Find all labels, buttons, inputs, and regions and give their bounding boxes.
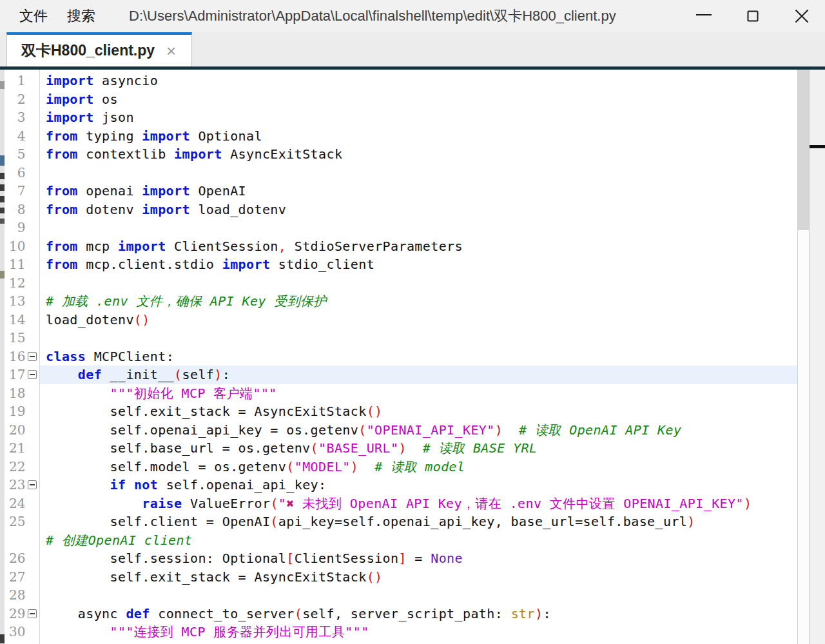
gutter-row: 21 xyxy=(5,439,39,458)
code-line[interactable]: from mcp.client.stdio import stdio_clien… xyxy=(46,255,797,274)
edge-mark xyxy=(0,208,5,213)
code-line[interactable]: load_dotenv() xyxy=(46,311,797,329)
code-line[interactable]: self.model = os.getenv("MODEL") # 读取 mod… xyxy=(46,458,797,476)
gutter-row: 1 xyxy=(5,72,39,90)
code-line[interactable]: import asyncio xyxy=(46,72,797,90)
line-number: 16 xyxy=(5,347,25,366)
edge-mark xyxy=(0,634,5,643)
line-number: 31 xyxy=(5,641,25,644)
code-line[interactable] xyxy=(46,164,797,182)
code-line[interactable]: # 创建OpenAI client xyxy=(46,531,797,550)
minimize-button[interactable] xyxy=(687,0,721,32)
line-number: 21 xyxy=(5,439,25,458)
line-number: 27 xyxy=(5,568,25,587)
code-line[interactable]: import os xyxy=(46,90,797,109)
line-number: 18 xyxy=(5,384,25,403)
fold-toggle-icon[interactable] xyxy=(28,480,37,489)
line-number: 5 xyxy=(5,145,25,164)
menu-search[interactable]: 搜索 xyxy=(67,6,95,26)
code-line[interactable] xyxy=(46,329,797,347)
gutter-row: 14 xyxy=(5,311,39,329)
line-number: 25 xyxy=(5,512,25,531)
line-number: 9 xyxy=(5,219,25,237)
gutter-row: 19 xyxy=(5,402,39,421)
code-area[interactable]: import asyncioimport osimport jsonfrom t… xyxy=(40,70,797,644)
line-number: 15 xyxy=(5,329,25,347)
code-line[interactable]: import json xyxy=(46,108,797,127)
edge-mark xyxy=(0,196,5,202)
line-number: 19 xyxy=(5,402,25,421)
fold-toggle-icon[interactable] xyxy=(28,352,37,361)
code-line[interactable]: is_python = server_script_path.endswith(… xyxy=(46,641,797,644)
gutter-row: 3 xyxy=(5,108,39,127)
line-number: 10 xyxy=(5,237,25,256)
gutter-row: 18 xyxy=(5,384,39,403)
menu-file[interactable]: 文件 xyxy=(19,6,48,26)
code-line[interactable]: """初始化 MCP 客户端""" xyxy=(46,384,797,403)
line-number: 17 xyxy=(5,366,25,384)
line-number: 26 xyxy=(5,549,25,568)
code-line[interactable]: raise ValueError("✖ 未找到 OpenAI API Key，请… xyxy=(46,494,797,513)
gutter-row: 8 xyxy=(5,200,39,219)
tab-file[interactable]: 双卡H800_client.py × xyxy=(6,32,192,66)
code-line[interactable]: self.session: Optional[ClientSession] = … xyxy=(46,549,797,568)
vertical-scrollbar[interactable] xyxy=(797,70,810,644)
gutter-row: 12 xyxy=(5,274,39,293)
tab-title: 双卡H800_client.py xyxy=(21,41,155,61)
code-line[interactable]: if not self.openai_api_key: xyxy=(46,476,797,494)
line-number: 14 xyxy=(5,311,25,329)
line-number: 22 xyxy=(5,458,25,476)
tab-bar: 双卡H800_client.py × xyxy=(0,32,825,66)
scrollbar-thumb[interactable] xyxy=(798,70,809,230)
code-line[interactable]: self.openai_api_key = os.getenv("OPENAI_… xyxy=(46,421,797,440)
line-number: 6 xyxy=(5,164,25,182)
code-line[interactable] xyxy=(46,219,797,237)
edge-mark xyxy=(0,271,5,278)
line-number: 8 xyxy=(5,200,25,219)
gutter-row: 10 xyxy=(5,237,39,256)
gutter-row: 5 xyxy=(5,145,39,164)
code-line[interactable]: from mcp import ClientSession, StdioServ… xyxy=(46,237,797,256)
line-number: 1 xyxy=(5,72,25,90)
line-number: 12 xyxy=(5,274,25,293)
code-line[interactable]: async def connect_to_server(self, server… xyxy=(46,605,797,623)
tab-close-icon[interactable]: × xyxy=(166,43,176,59)
gutter-row: 17 xyxy=(5,366,39,384)
line-number: 3 xyxy=(5,108,25,127)
gutter-row: 4 xyxy=(5,127,39,146)
edge-mark xyxy=(0,155,5,166)
code-line[interactable]: # 加载 .env 文件，确保 API Key 受到保护 xyxy=(46,292,797,311)
maximize-icon xyxy=(748,11,759,22)
code-line[interactable] xyxy=(46,586,797,605)
fold-toggle-icon[interactable] xyxy=(28,370,37,379)
close-button[interactable] xyxy=(785,0,819,32)
gutter-row: 25 xyxy=(5,512,39,531)
code-line[interactable]: from contextlib import AsyncExitStack xyxy=(46,145,797,164)
code-line[interactable]: from openai import OpenAI xyxy=(46,182,797,200)
gutter-row xyxy=(5,531,39,550)
code-line[interactable]: self.exit_stack = AsyncExitStack() xyxy=(46,402,797,421)
code-line[interactable]: class MCPClient: xyxy=(46,347,797,366)
code-line[interactable]: from typing import Optional xyxy=(46,127,797,146)
minimize-icon xyxy=(696,14,712,15)
code-line[interactable]: self.base_url = os.getenv("BASE_URL") # … xyxy=(46,439,797,458)
code-editor: 1234567891011121314151617181920212223242… xyxy=(0,70,825,644)
code-line[interactable]: self.exit_stack = AsyncExitStack() xyxy=(46,568,797,587)
code-line[interactable]: self.client = OpenAI(api_key=self.openai… xyxy=(46,512,797,531)
code-line[interactable]: """连接到 MCP 服务器并列出可用工具""" xyxy=(46,623,797,641)
edge-mark xyxy=(0,184,5,191)
line-number: 11 xyxy=(5,255,25,274)
menu-bar: 文件 搜索 xyxy=(19,0,95,32)
edge-mark xyxy=(0,219,5,224)
code-line[interactable] xyxy=(46,274,797,293)
gutter-row: 11 xyxy=(5,255,39,274)
code-line-active[interactable]: def __init__(self): xyxy=(40,366,797,384)
gutter: 1234567891011121314151617181920212223242… xyxy=(5,70,40,644)
fold-toggle-icon[interactable] xyxy=(28,609,37,618)
gutter-row: 27 xyxy=(5,568,39,587)
line-number: 13 xyxy=(5,292,25,311)
gutter-row: 29 xyxy=(5,605,39,623)
maximize-button[interactable] xyxy=(736,0,770,32)
code-line[interactable]: from dotenv import load_dotenv xyxy=(46,200,797,219)
line-number: 29 xyxy=(5,605,25,623)
